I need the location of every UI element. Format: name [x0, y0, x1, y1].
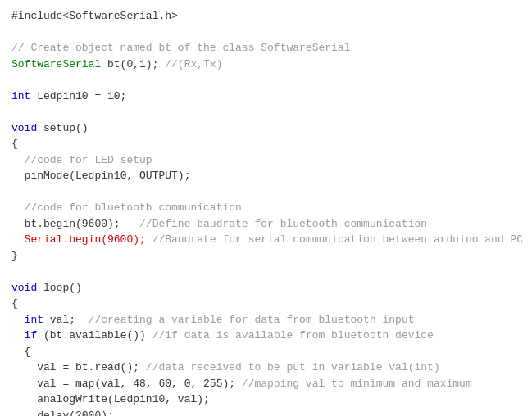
read-comment: //data received to be put in variable va…	[146, 361, 440, 373]
bt-comment: //code for bluetooth communication	[25, 201, 242, 214]
type-keyword: int	[11, 90, 30, 102]
code-line-16: }	[11, 248, 521, 265]
void-keyword: void	[11, 122, 37, 134]
code-line-20: int val; //creating a variable for data …	[11, 312, 521, 328]
if-keyword: if	[25, 329, 38, 341]
code-line-19: {	[11, 296, 521, 312]
code-line-5	[11, 72, 521, 88]
code-line-25: analogWrite(Ledpin10, val);	[11, 391, 521, 408]
code-editor: #include<SoftwareSerial.h> // Create obj…	[0, 0, 532, 416]
inline-comment: //(Rx,Tx)	[165, 58, 222, 70]
class-name: SoftwareSerial	[11, 58, 101, 70]
comment-text: // Create object named bt of the class S…	[11, 42, 350, 54]
code-line-13: //code for bluetooth communication	[11, 200, 521, 216]
void-keyword-2: void	[11, 282, 37, 294]
code-line-26: delay(2000);	[11, 408, 521, 417]
code-line-11: pinMode(Ledpin10, OUTPUT);	[11, 168, 521, 184]
led-comment: //code for LED setup	[25, 154, 152, 166]
code-line-15: Serial.begin(9600); //Baudrate for seria…	[11, 232, 521, 248]
code-line-14: bt.begin(9600); //Define baudrate for bl…	[11, 216, 521, 233]
map-comment: //mapping val to minimum and maximum	[242, 378, 472, 390]
code-line-24: val = map(val, 48, 60, 0, 255); //mappin…	[11, 376, 521, 392]
available-comment: //if data is available from bluetooth de…	[152, 329, 434, 341]
code-line-1: #include<SoftwareSerial.h>	[11, 8, 521, 25]
code-line-4: SoftwareSerial bt(0,1); //(Rx,Tx)	[11, 57, 521, 73]
code-line-7	[11, 104, 521, 120]
include-directive: #include<SoftwareSerial.h>	[11, 10, 178, 22]
code-line-2	[11, 25, 521, 41]
code-line-12	[11, 184, 521, 201]
code-line-3: // Create object named bt of the class S…	[11, 40, 521, 57]
code-line-9: {	[11, 136, 521, 152]
code-line-6: int Ledpin10 = 10;	[11, 88, 521, 105]
int-keyword: int	[25, 314, 43, 326]
code-line-22: {	[11, 344, 521, 360]
code-line-10: //code for LED setup	[11, 152, 521, 169]
code-line-23: val = bt.read(); //data received to be p…	[11, 359, 521, 376]
pinmode-call: pinMode	[25, 170, 70, 182]
serial-comment: //Baudrate for serial communication betw…	[152, 233, 523, 246]
code-line-8: void setup()	[11, 120, 521, 137]
baudrate-comment: //Define baudrate for bluetooth communic…	[139, 218, 427, 230]
code-line-17	[11, 264, 521, 280]
serial-call: Serial.begin(9600);	[11, 233, 146, 246]
code-line-18: void loop()	[11, 280, 521, 296]
code-line-21: if (bt.available()) //if data is availab…	[11, 328, 521, 344]
val-comment: //creating a variable for data from blue…	[89, 314, 415, 326]
